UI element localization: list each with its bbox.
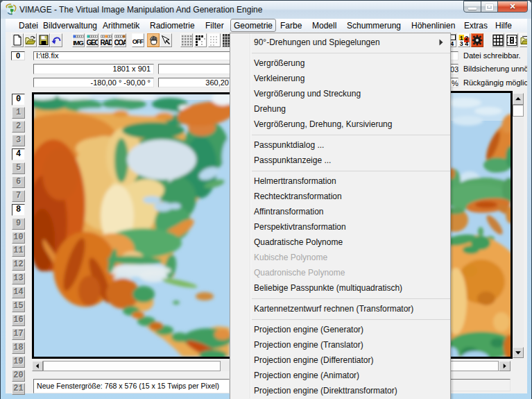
svg-text:COA: COA — [114, 39, 126, 46]
svg-text:4: 4 — [465, 41, 469, 47]
svg-text:3: 3 — [460, 41, 463, 47]
svg-text:IMG: IMG — [73, 39, 83, 46]
svg-text:OFF: OFF — [132, 38, 144, 45]
svg-text:RAD: RAD — [101, 39, 112, 46]
svg-text:GEO: GEO — [87, 39, 98, 46]
